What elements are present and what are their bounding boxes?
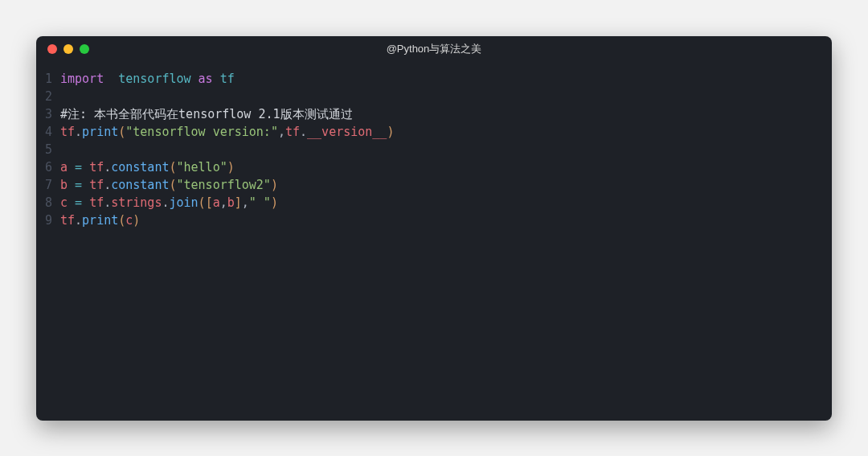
code-content: b = tf.constant("tensorflow2")	[60, 176, 278, 194]
token-dot: .	[75, 125, 82, 139]
token-ident: tf	[89, 195, 104, 210]
token-code	[191, 72, 199, 86]
code-line: 9tf.print(c)	[43, 212, 822, 229]
token-str: "tensorflow version:"	[125, 125, 278, 139]
token-bracket: )	[133, 213, 140, 228]
token-bracket: (	[118, 213, 125, 228]
token-op: =	[75, 178, 82, 192]
code-content: a = tf.constant("hello")	[60, 158, 235, 176]
code-line: 1import tensorflow as tf	[43, 70, 822, 88]
close-icon[interactable]	[47, 44, 57, 54]
token-bracket: (	[169, 178, 176, 192]
token-code	[82, 178, 89, 192]
token-ident: b	[60, 178, 68, 192]
code-content: tf.print("tensorflow version:",tf.__vers…	[60, 123, 394, 141]
token-code	[82, 195, 89, 210]
token-op: =	[75, 160, 82, 175]
token-ident: tf	[89, 160, 104, 175]
window-title: @Python与算法之美	[36, 42, 832, 56]
line-number: 4	[43, 123, 60, 141]
token-func: join	[169, 195, 198, 210]
code-window: @Python与算法之美 1import tensorflow as tf2 3…	[36, 36, 832, 421]
token-ident: c	[125, 213, 133, 228]
code-content: import tensorflow as tf	[60, 70, 235, 88]
token-kw: as	[199, 72, 213, 86]
token-cmt: #注: 本书全部代码在tensorflow 2.1版本测试通过	[60, 107, 353, 121]
token-ident: tf	[285, 125, 300, 139]
line-number: 7	[43, 176, 60, 194]
line-number: 2	[43, 88, 60, 105]
token-ident: a	[60, 160, 68, 175]
token-ident: __version__	[307, 125, 387, 139]
token-code	[68, 195, 75, 210]
token-code	[104, 72, 118, 86]
token-ident: tf	[60, 125, 75, 139]
code-line: 8c = tf.strings.join([a,b]," ")	[43, 194, 822, 212]
code-line: 3#注: 本书全部代码在tensorflow 2.1版本测试通过	[43, 105, 822, 123]
token-str: " "	[249, 195, 271, 210]
token-bracket: (	[118, 125, 125, 139]
token-ident: b	[227, 195, 235, 210]
token-code	[68, 160, 75, 175]
token-str: "hello"	[177, 160, 227, 175]
token-bracket: )	[271, 178, 278, 192]
code-content: tf.print(c)	[60, 212, 140, 229]
token-ident: tf	[60, 213, 75, 228]
token-kw: import	[60, 72, 104, 86]
line-number: 9	[43, 212, 60, 229]
token-func: print	[82, 125, 118, 139]
token-func: constant	[111, 160, 169, 175]
token-func: constant	[111, 178, 169, 192]
line-number: 8	[43, 194, 60, 212]
line-number: 3	[43, 105, 60, 123]
token-ident: c	[60, 195, 68, 210]
titlebar: @Python与算法之美	[36, 36, 832, 62]
token-mod: tf	[220, 72, 235, 86]
line-number: 1	[43, 70, 60, 88]
token-dot: .	[104, 195, 111, 210]
code-line: 6a = tf.constant("hello")	[43, 158, 822, 176]
code-content: #注: 本书全部代码在tensorflow 2.1版本测试通过	[60, 105, 353, 123]
token-code	[213, 72, 220, 86]
token-str: "tensorflow2"	[177, 178, 271, 192]
code-editor: 1import tensorflow as tf2 3#注: 本书全部代码在te…	[36, 62, 832, 421]
minimize-icon[interactable]	[63, 44, 73, 54]
token-punc: ,	[220, 195, 227, 210]
code-line: 5	[43, 141, 822, 158]
token-code	[68, 178, 75, 192]
token-bracket: [	[206, 195, 213, 210]
token-bracket: ]	[235, 195, 242, 210]
token-dot: .	[104, 160, 111, 175]
token-code	[82, 160, 89, 175]
token-ident: tf	[89, 178, 104, 192]
code-line: 4tf.print("tensorflow version:",tf.__ver…	[43, 123, 822, 141]
line-number: 5	[43, 141, 60, 158]
code-content	[60, 88, 68, 105]
token-func: print	[82, 213, 118, 228]
token-ident: a	[213, 195, 220, 210]
token-bracket: )	[227, 160, 235, 175]
token-bracket: (	[169, 160, 176, 175]
token-punc: ,	[242, 195, 249, 210]
token-dot: .	[104, 178, 111, 192]
line-number: 6	[43, 158, 60, 176]
zoom-icon[interactable]	[80, 44, 89, 54]
code-line: 2	[43, 88, 822, 105]
token-ident: strings	[111, 195, 162, 210]
token-dot: .	[75, 213, 82, 228]
window-controls	[47, 44, 89, 54]
code-content	[60, 141, 68, 158]
token-punc: ,	[278, 125, 285, 139]
token-bracket: (	[199, 195, 206, 210]
code-content: c = tf.strings.join([a,b]," ")	[60, 194, 278, 212]
token-bracket: )	[271, 195, 278, 210]
token-dot: .	[300, 125, 307, 139]
token-bracket: )	[387, 125, 394, 139]
token-mod: tensorflow	[118, 72, 190, 86]
code-line: 7b = tf.constant("tensorflow2")	[43, 176, 822, 194]
token-op: =	[75, 195, 82, 210]
